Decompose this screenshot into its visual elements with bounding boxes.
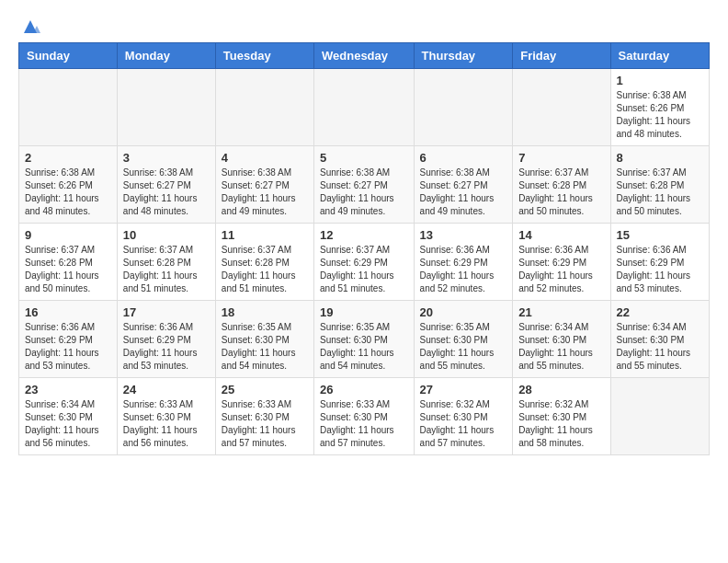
day-number: 8 xyxy=(617,151,703,165)
calendar-week-row: 1Sunrise: 6:38 AM Sunset: 6:26 PM Daylig… xyxy=(19,69,710,146)
day-info: Sunrise: 6:34 AM Sunset: 6:30 PM Dayligh… xyxy=(25,398,111,450)
calendar-day-cell xyxy=(117,69,215,146)
day-info: Sunrise: 6:38 AM Sunset: 6:26 PM Dayligh… xyxy=(617,89,703,141)
calendar-week-row: 9Sunrise: 6:37 AM Sunset: 6:28 PM Daylig… xyxy=(19,224,710,301)
day-number: 23 xyxy=(25,383,111,396)
day-number: 13 xyxy=(420,228,507,242)
day-info: Sunrise: 6:35 AM Sunset: 6:30 PM Dayligh… xyxy=(420,321,507,373)
day-number: 24 xyxy=(123,383,210,396)
day-info: Sunrise: 6:36 AM Sunset: 6:29 PM Dayligh… xyxy=(123,321,210,373)
calendar-header-row: SundayMondayTuesdayWednesdayThursdayFrid… xyxy=(19,43,710,69)
page-header xyxy=(18,18,710,33)
calendar-day-cell: 3Sunrise: 6:38 AM Sunset: 6:27 PM Daylig… xyxy=(117,146,215,224)
day-number: 28 xyxy=(518,383,604,396)
calendar-day-cell: 24Sunrise: 6:33 AM Sunset: 6:30 PM Dayli… xyxy=(117,378,215,455)
day-number: 21 xyxy=(518,305,604,319)
day-number: 18 xyxy=(222,305,308,319)
calendar-day-cell: 2Sunrise: 6:38 AM Sunset: 6:26 PM Daylig… xyxy=(19,146,118,224)
calendar-day-cell: 8Sunrise: 6:37 AM Sunset: 6:28 PM Daylig… xyxy=(610,146,709,224)
day-number: 10 xyxy=(123,228,210,242)
day-info: Sunrise: 6:37 AM Sunset: 6:28 PM Dayligh… xyxy=(25,244,111,295)
day-number: 17 xyxy=(123,305,210,319)
calendar-day-cell: 28Sunrise: 6:32 AM Sunset: 6:30 PM Dayli… xyxy=(513,378,610,455)
column-header-saturday: Saturday xyxy=(610,43,709,69)
day-number: 6 xyxy=(420,151,507,165)
day-info: Sunrise: 6:38 AM Sunset: 6:27 PM Dayligh… xyxy=(420,167,507,218)
calendar-day-cell: 25Sunrise: 6:33 AM Sunset: 6:30 PM Dayli… xyxy=(215,378,313,455)
calendar-day-cell: 21Sunrise: 6:34 AM Sunset: 6:30 PM Dayli… xyxy=(513,301,610,378)
logo-icon xyxy=(20,17,40,37)
calendar-day-cell: 18Sunrise: 6:35 AM Sunset: 6:30 PM Dayli… xyxy=(215,301,313,378)
day-info: Sunrise: 6:33 AM Sunset: 6:30 PM Dayligh… xyxy=(320,398,408,450)
day-number: 26 xyxy=(320,383,408,396)
day-info: Sunrise: 6:37 AM Sunset: 6:28 PM Dayligh… xyxy=(617,167,703,218)
day-info: Sunrise: 6:37 AM Sunset: 6:28 PM Dayligh… xyxy=(123,244,210,295)
day-number: 19 xyxy=(320,305,408,319)
day-number: 1 xyxy=(617,74,703,87)
day-number: 4 xyxy=(222,151,308,165)
calendar-day-cell: 9Sunrise: 6:37 AM Sunset: 6:28 PM Daylig… xyxy=(19,224,118,301)
day-number: 14 xyxy=(518,228,604,242)
calendar-day-cell xyxy=(513,69,610,146)
day-info: Sunrise: 6:36 AM Sunset: 6:29 PM Dayligh… xyxy=(420,244,507,295)
column-header-thursday: Thursday xyxy=(414,43,513,69)
day-info: Sunrise: 6:37 AM Sunset: 6:28 PM Dayligh… xyxy=(222,244,308,295)
day-info: Sunrise: 6:38 AM Sunset: 6:26 PM Dayligh… xyxy=(25,167,111,218)
calendar-day-cell: 5Sunrise: 6:38 AM Sunset: 6:27 PM Daylig… xyxy=(314,146,415,224)
calendar-day-cell: 11Sunrise: 6:37 AM Sunset: 6:28 PM Dayli… xyxy=(215,224,313,301)
calendar-day-cell: 27Sunrise: 6:32 AM Sunset: 6:30 PM Dayli… xyxy=(414,378,513,455)
calendar-day-cell: 20Sunrise: 6:35 AM Sunset: 6:30 PM Dayli… xyxy=(414,301,513,378)
logo xyxy=(18,18,40,33)
day-info: Sunrise: 6:32 AM Sunset: 6:30 PM Dayligh… xyxy=(518,398,604,450)
day-info: Sunrise: 6:33 AM Sunset: 6:30 PM Dayligh… xyxy=(123,398,210,450)
calendar-day-cell: 4Sunrise: 6:38 AM Sunset: 6:27 PM Daylig… xyxy=(215,146,313,224)
calendar-day-cell: 22Sunrise: 6:34 AM Sunset: 6:30 PM Dayli… xyxy=(610,301,709,378)
day-info: Sunrise: 6:35 AM Sunset: 6:30 PM Dayligh… xyxy=(320,321,408,373)
calendar-day-cell: 10Sunrise: 6:37 AM Sunset: 6:28 PM Dayli… xyxy=(117,224,215,301)
day-info: Sunrise: 6:38 AM Sunset: 6:27 PM Dayligh… xyxy=(123,167,210,218)
calendar-week-row: 16Sunrise: 6:36 AM Sunset: 6:29 PM Dayli… xyxy=(19,301,710,378)
calendar-day-cell: 7Sunrise: 6:37 AM Sunset: 6:28 PM Daylig… xyxy=(513,146,610,224)
calendar-day-cell xyxy=(19,69,118,146)
day-number: 2 xyxy=(25,151,111,165)
day-info: Sunrise: 6:38 AM Sunset: 6:27 PM Dayligh… xyxy=(222,167,308,218)
calendar-day-cell xyxy=(314,69,415,146)
day-info: Sunrise: 6:36 AM Sunset: 6:29 PM Dayligh… xyxy=(518,244,604,295)
day-number: 27 xyxy=(420,383,507,396)
column-header-friday: Friday xyxy=(513,43,610,69)
calendar-day-cell: 13Sunrise: 6:36 AM Sunset: 6:29 PM Dayli… xyxy=(414,224,513,301)
day-number: 22 xyxy=(617,305,703,319)
day-info: Sunrise: 6:34 AM Sunset: 6:30 PM Dayligh… xyxy=(617,321,703,373)
day-info: Sunrise: 6:33 AM Sunset: 6:30 PM Dayligh… xyxy=(222,398,308,450)
day-info: Sunrise: 6:32 AM Sunset: 6:30 PM Dayligh… xyxy=(420,398,507,450)
day-number: 7 xyxy=(518,151,604,165)
column-header-wednesday: Wednesday xyxy=(314,43,415,69)
day-info: Sunrise: 6:35 AM Sunset: 6:30 PM Dayligh… xyxy=(222,321,308,373)
calendar-day-cell: 12Sunrise: 6:37 AM Sunset: 6:29 PM Dayli… xyxy=(314,224,415,301)
calendar-table: SundayMondayTuesdayWednesdayThursdayFrid… xyxy=(18,42,710,455)
calendar-day-cell xyxy=(610,378,709,455)
day-number: 16 xyxy=(25,305,111,319)
calendar-week-row: 2Sunrise: 6:38 AM Sunset: 6:26 PM Daylig… xyxy=(19,146,710,224)
column-header-sunday: Sunday xyxy=(19,43,118,69)
calendar-day-cell: 19Sunrise: 6:35 AM Sunset: 6:30 PM Dayli… xyxy=(314,301,415,378)
calendar-day-cell xyxy=(414,69,513,146)
calendar-week-row: 23Sunrise: 6:34 AM Sunset: 6:30 PM Dayli… xyxy=(19,378,710,455)
calendar-day-cell xyxy=(215,69,313,146)
calendar-day-cell: 1Sunrise: 6:38 AM Sunset: 6:26 PM Daylig… xyxy=(610,69,709,146)
calendar-day-cell: 17Sunrise: 6:36 AM Sunset: 6:29 PM Dayli… xyxy=(117,301,215,378)
day-info: Sunrise: 6:38 AM Sunset: 6:27 PM Dayligh… xyxy=(320,167,408,218)
calendar-day-cell: 16Sunrise: 6:36 AM Sunset: 6:29 PM Dayli… xyxy=(19,301,118,378)
calendar-day-cell: 6Sunrise: 6:38 AM Sunset: 6:27 PM Daylig… xyxy=(414,146,513,224)
day-info: Sunrise: 6:36 AM Sunset: 6:29 PM Dayligh… xyxy=(617,244,703,295)
day-info: Sunrise: 6:34 AM Sunset: 6:30 PM Dayligh… xyxy=(518,321,604,373)
calendar-day-cell: 26Sunrise: 6:33 AM Sunset: 6:30 PM Dayli… xyxy=(314,378,415,455)
day-number: 25 xyxy=(222,383,308,396)
day-number: 11 xyxy=(222,228,308,242)
day-number: 9 xyxy=(25,228,111,242)
day-number: 5 xyxy=(320,151,408,165)
day-number: 15 xyxy=(617,228,703,242)
day-number: 20 xyxy=(420,305,507,319)
day-info: Sunrise: 6:37 AM Sunset: 6:29 PM Dayligh… xyxy=(320,244,408,295)
calendar-day-cell: 15Sunrise: 6:36 AM Sunset: 6:29 PM Dayli… xyxy=(610,224,709,301)
